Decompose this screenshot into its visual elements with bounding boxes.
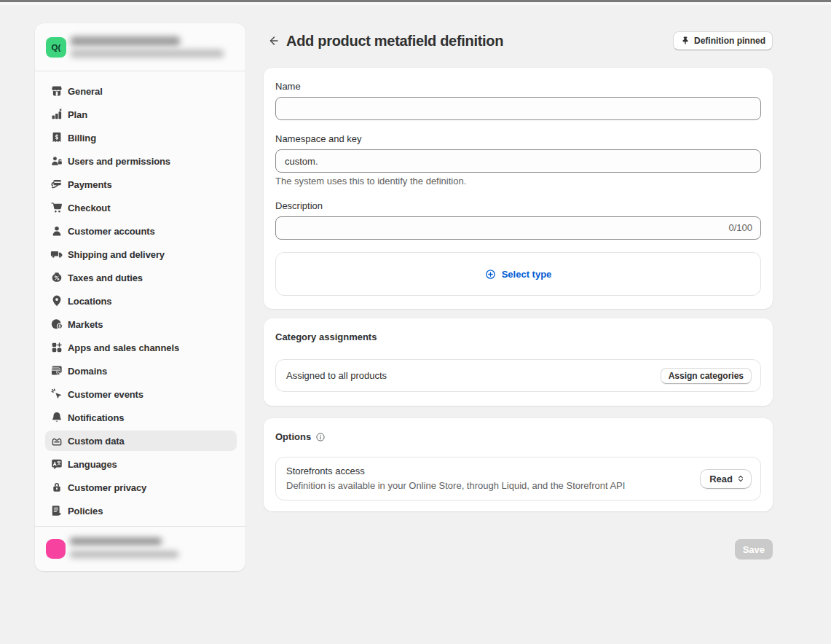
sidebar-item-label: Markets: [68, 319, 103, 330]
sidebar-item-label: Checkout: [68, 203, 110, 213]
store-avatar: Q(: [46, 37, 66, 58]
name-field: Name: [275, 79, 761, 120]
definition-pinned-label: Definition pinned: [694, 36, 765, 46]
apps-grid-icon: [50, 341, 63, 354]
sidebar-item-label: Apps and sales channels: [68, 342, 179, 353]
storefronts-access-title: Storefronts access: [286, 464, 625, 479]
sidebar-item-label: Customer accounts: [68, 226, 155, 237]
description-label: Description: [275, 199, 761, 213]
custom-data-icon: [50, 434, 63, 447]
category-assignments-heading: Category assignments: [275, 330, 761, 345]
user-avatar: [46, 539, 66, 559]
store-info: [71, 36, 224, 58]
back-button[interactable]: [264, 31, 284, 51]
globe-dollar-icon: [50, 318, 63, 331]
user-footer[interactable]: [35, 526, 245, 571]
storefronts-access-description: Definition is available in your Online S…: [286, 479, 625, 493]
sidebar-item-notifications[interactable]: Notifications: [45, 407, 237, 428]
sidebar-item-domains[interactable]: Domains: [45, 361, 237, 381]
storefronts-access-row: Storefronts access Definition is availab…: [275, 457, 761, 500]
namespace-field: Namespace and key The system uses this t…: [275, 132, 761, 187]
sidebar-item-label: Billing: [68, 133, 96, 144]
description-input[interactable]: [275, 216, 761, 240]
sidebar-item-label: Shipping and delivery: [68, 249, 165, 260]
sidebar-item-customer-accounts[interactable]: Customer accounts: [45, 221, 237, 241]
options-heading-row: Options: [275, 430, 761, 444]
definition-form-card: Name Namespace and key The system uses t…: [264, 68, 773, 309]
page-title: Add product metafield definition: [286, 33, 503, 50]
main-content: Add product metafield definition Definit…: [264, 31, 773, 559]
settings-nav: General Plan Billing Users and permissio…: [35, 71, 245, 526]
translate-icon: [50, 458, 63, 471]
sidebar-item-policies[interactable]: Policies: [45, 500, 237, 521]
sidebar-item-label: General: [68, 86, 103, 97]
truck-icon: [50, 248, 63, 261]
payments-icon: [50, 178, 63, 191]
category-assignments-card: Category assignments Assigned to all pro…: [264, 318, 773, 406]
sidebar-item-markets[interactable]: Markets: [45, 314, 237, 334]
plus-circle-icon: [485, 269, 496, 280]
definition-pinned-button[interactable]: Definition pinned: [673, 31, 773, 50]
store-name-redacted: [71, 36, 180, 46]
pin-icon: [680, 36, 690, 46]
save-row: Save: [264, 539, 773, 559]
storefronts-access-text: Storefronts access Definition is availab…: [286, 464, 625, 493]
sidebar-item-general[interactable]: General: [45, 81, 237, 101]
sidebar-item-label: Customer events: [68, 389, 143, 400]
namespace-help-text: The system uses this to identify the def…: [275, 176, 761, 187]
select-type-label: Select type: [502, 269, 552, 280]
user-name-redacted: [70, 538, 162, 545]
browser-window-icon: [50, 364, 63, 377]
cursor-spark-icon: [50, 388, 63, 401]
sidebar-item-plan[interactable]: Plan: [45, 104, 237, 125]
info-icon[interactable]: [315, 432, 326, 442]
person-icon: [50, 224, 63, 237]
description-input-wrap: 0/100: [275, 216, 761, 240]
sidebar-item-label: Languages: [68, 459, 117, 470]
sidebar-item-payments[interactable]: Payments: [45, 174, 237, 195]
sidebar-item-custom-data[interactable]: Custom data: [45, 431, 237, 451]
sidebar-item-label: Notifications: [68, 412, 124, 423]
namespace-label: Namespace and key: [275, 132, 761, 146]
name-label: Name: [275, 79, 761, 94]
arrow-left-icon: [267, 34, 280, 47]
lock-icon: [50, 481, 63, 494]
storefronts-access-select[interactable]: Read: [700, 469, 752, 489]
select-chevrons-icon: [736, 474, 745, 483]
sidebar-item-apps-and-sales-channels[interactable]: Apps and sales channels: [45, 337, 237, 358]
sidebar-item-languages[interactable]: Languages: [45, 454, 237, 474]
sidebar-item-customer-events[interactable]: Customer events: [45, 384, 237, 404]
location-pin-icon: [50, 294, 63, 307]
store-icon: [50, 85, 63, 98]
billing-icon: [50, 131, 63, 144]
plan-icon: [50, 108, 63, 121]
bell-icon: [50, 411, 63, 424]
save-button[interactable]: Save: [735, 539, 773, 559]
users-icon: [50, 154, 63, 168]
category-assignment-row: Assigned to all products Assign categori…: [275, 359, 761, 392]
sidebar-item-label: Plan: [68, 109, 87, 120]
sidebar-item-checkout[interactable]: Checkout: [45, 197, 237, 218]
sidebar-item-users-and-permissions[interactable]: Users and permissions: [45, 151, 237, 171]
sidebar-item-label: Payments: [68, 179, 112, 190]
sidebar-item-customer-privacy[interactable]: Customer privacy: [45, 477, 237, 498]
options-heading: Options: [275, 430, 311, 444]
sidebar-item-taxes-and-duties[interactable]: Taxes and duties: [45, 267, 237, 288]
sidebar-item-billing[interactable]: Billing: [45, 127, 237, 148]
sidebar-item-shipping-and-delivery[interactable]: Shipping and delivery: [45, 244, 237, 264]
sidebar-item-label: Custom data: [68, 436, 125, 447]
store-domain-redacted: [71, 50, 224, 58]
settings-sidebar: Q( General Plan Billing: [35, 23, 245, 571]
select-type-button[interactable]: Select type: [275, 252, 761, 296]
assign-categories-button[interactable]: Assign categories: [661, 368, 752, 384]
user-email-redacted: [70, 551, 178, 558]
namespace-input[interactable]: [275, 149, 761, 173]
description-field: Description 0/100: [275, 199, 761, 240]
top-bar-fade: [0, 2, 831, 6]
user-info: [70, 538, 178, 558]
storefronts-access-value: Read: [709, 474, 733, 484]
sidebar-item-locations[interactable]: Locations: [45, 291, 237, 311]
name-input[interactable]: [275, 97, 761, 120]
sidebar-item-label: Policies: [68, 506, 103, 517]
sidebar-item-label: Customer privacy: [68, 482, 146, 493]
